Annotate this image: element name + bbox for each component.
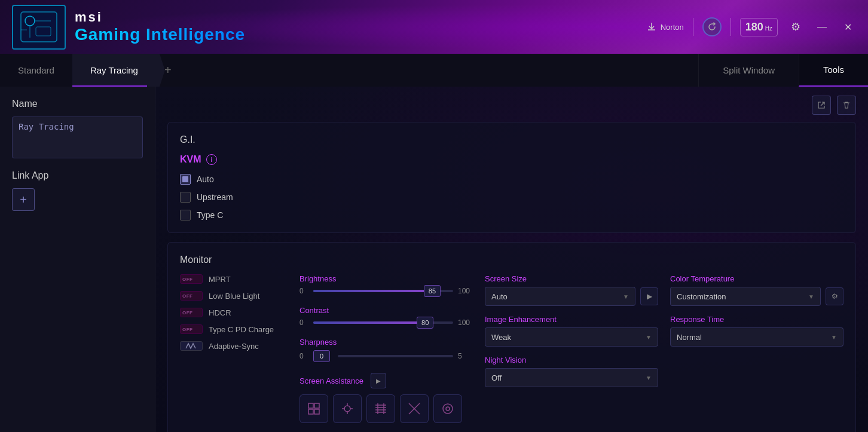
low-blue-light-label: Low Blue Light	[209, 292, 259, 301]
monitor-grid: OFF MPRT OFF Low Blue Light OFF	[180, 274, 843, 423]
kvm-auto-checkbox[interactable]	[180, 174, 191, 185]
low-blue-light-toggle[interactable]: OFF	[180, 291, 203, 301]
image-enhancement-dropdown[interactable]: Weak ▼	[485, 327, 658, 347]
tab-split-window[interactable]: Split Window	[698, 54, 799, 87]
external-link-button[interactable]	[812, 96, 831, 115]
color-temperature-value: Customization	[677, 292, 726, 301]
screen-icon-crosshair[interactable]	[333, 394, 362, 423]
external-link-icon	[817, 101, 826, 109]
night-vision-label: Night Vision	[485, 356, 658, 364]
hdcr-label: HDCR	[209, 308, 231, 317]
crosshair-icon	[340, 402, 354, 416]
adaptive-sync-icon[interactable]	[180, 341, 203, 351]
kvm-typec-checkbox[interactable]	[180, 210, 191, 220]
mprt-toggle[interactable]: OFF	[180, 274, 203, 284]
type-c-pd-toggle[interactable]: OFF	[180, 324, 203, 334]
add-link-icon: +	[20, 193, 27, 207]
screen-size-dropdown[interactable]: Auto ▼	[485, 287, 635, 306]
contrast-track[interactable]: 80	[313, 321, 453, 324]
kvm-auto-label: Auto	[197, 174, 214, 184]
tab-standard[interactable]: Standard	[0, 54, 72, 87]
sharpness-thumb-left[interactable]: 0	[313, 350, 330, 362]
screen-size-group: Screen Size Auto ▼ ▶	[485, 274, 658, 306]
screen-icon-circle[interactable]	[433, 394, 462, 423]
close-button[interactable]: ✕	[839, 19, 856, 35]
screen-size-play-button[interactable]: ▶	[640, 287, 658, 305]
grid-icon	[307, 402, 321, 416]
sharpness-group: Sharpness 0 0 5	[299, 338, 473, 362]
type-c-pd-toggle-label: OFF	[182, 327, 193, 332]
adaptive-sync-symbol	[185, 342, 198, 350]
contrast-slider-row: 0 80 100	[299, 318, 473, 327]
color-temperature-label: Color Temperature	[670, 274, 843, 283]
screen-assistance-play-button[interactable]: ▶	[371, 373, 386, 388]
brightness-track[interactable]: 85	[313, 290, 453, 292]
svg-rect-7	[314, 403, 319, 408]
brightness-thumb[interactable]: 85	[424, 285, 441, 297]
norton-button[interactable]: Norton	[646, 22, 684, 32]
contrast-value: 80	[421, 319, 429, 326]
sharpness-track[interactable]	[338, 355, 453, 357]
kvm-typec-label: Type C	[197, 210, 223, 220]
kvm-typec-option[interactable]: Type C	[180, 210, 843, 220]
monitor-right-dropdowns: Screen Size Auto ▼ ▶ Image Enhancement	[485, 274, 658, 423]
night-vision-dropdown[interactable]: Off ▼	[485, 368, 658, 387]
tab-tools[interactable]: Tools	[799, 54, 868, 87]
profile-name-input[interactable]: Ray Tracing	[12, 117, 143, 158]
hdcr-toggle[interactable]: OFF	[180, 308, 203, 317]
adaptive-sync-label: Adaptive-Sync	[209, 342, 259, 351]
screen-icon-lines[interactable]	[366, 394, 395, 423]
lines-icon	[374, 402, 388, 416]
brightness-value: 85	[429, 287, 436, 295]
hz-unit: Hz	[765, 25, 772, 32]
brightness-max: 100	[458, 287, 473, 295]
night-vision-arrow-icon: ▼	[646, 375, 652, 381]
title-bar: msi Gaming Intelligence Norton 180 Hz ⚙ …	[0, 0, 868, 54]
gi-section: G.I. KVM i Auto Upstream Type C	[167, 122, 856, 233]
contrast-thumb[interactable]: 80	[417, 317, 433, 329]
hdcr-row: OFF HDCR	[180, 308, 288, 317]
delete-button[interactable]	[837, 96, 856, 115]
brightness-label: Brightness	[299, 274, 473, 283]
link-app-title: Link App	[12, 170, 143, 181]
add-link-button[interactable]: +	[12, 188, 35, 211]
screen-size-label: Screen Size	[485, 274, 658, 283]
tools-label: Tools	[823, 65, 844, 75]
monitor-far-right-dropdowns: Color Temperature Customization ▼ ⚙ Resp…	[670, 274, 843, 423]
sharpness-min: 0	[299, 352, 308, 360]
night-vision-value: Off	[491, 373, 502, 382]
svg-rect-8	[308, 409, 313, 414]
screen-icon-diagonal[interactable]	[400, 394, 429, 423]
response-time-arrow-icon: ▼	[831, 334, 837, 341]
response-time-dropdown[interactable]: Normal ▼	[670, 327, 843, 347]
brightness-group: Brightness 0 85 100	[299, 274, 473, 295]
diagonal-icon	[407, 402, 421, 416]
response-time-label: Response Time	[670, 315, 843, 324]
title-bar-actions: Norton 180 Hz ⚙ — ✕	[646, 17, 856, 36]
minimize-button[interactable]: —	[814, 19, 830, 35]
mprt-label: MPRT	[209, 275, 231, 284]
contrast-fill	[313, 321, 425, 324]
kvm-upstream-checkbox[interactable]	[180, 192, 191, 203]
contrast-group: Contrast 0 80 100	[299, 306, 473, 327]
kvm-auto-option[interactable]: Auto	[180, 174, 843, 185]
logo-icon	[12, 5, 66, 50]
screen-icon-grid[interactable]	[299, 394, 328, 423]
screen-assistance-label: Screen Assistance	[299, 376, 363, 385]
color-temperature-settings-button[interactable]: ⚙	[826, 287, 843, 305]
logo-area: msi Gaming Intelligence	[12, 5, 245, 50]
image-enhancement-value: Weak	[491, 333, 511, 342]
color-temperature-dropdown[interactable]: Customization ▼	[670, 287, 821, 306]
monitor-toggles: OFF MPRT OFF Low Blue Light OFF	[180, 274, 288, 423]
sidebar: Name Ray Tracing Link App +	[0, 87, 155, 432]
hdcr-toggle-label: OFF	[182, 310, 193, 315]
brightness-slider-row: 0 85 100	[299, 287, 473, 295]
tab-ray-tracing[interactable]: Ray Tracing	[72, 54, 156, 87]
sharpness-value: 0	[320, 353, 323, 360]
refresh-button[interactable]	[702, 17, 722, 36]
settings-button[interactable]: ⚙	[787, 18, 805, 36]
kvm-info-icon[interactable]: i	[206, 154, 217, 165]
kvm-upstream-option[interactable]: Upstream	[180, 192, 843, 203]
screen-size-row: Auto ▼ ▶	[485, 287, 658, 306]
svg-point-10	[344, 406, 350, 412]
